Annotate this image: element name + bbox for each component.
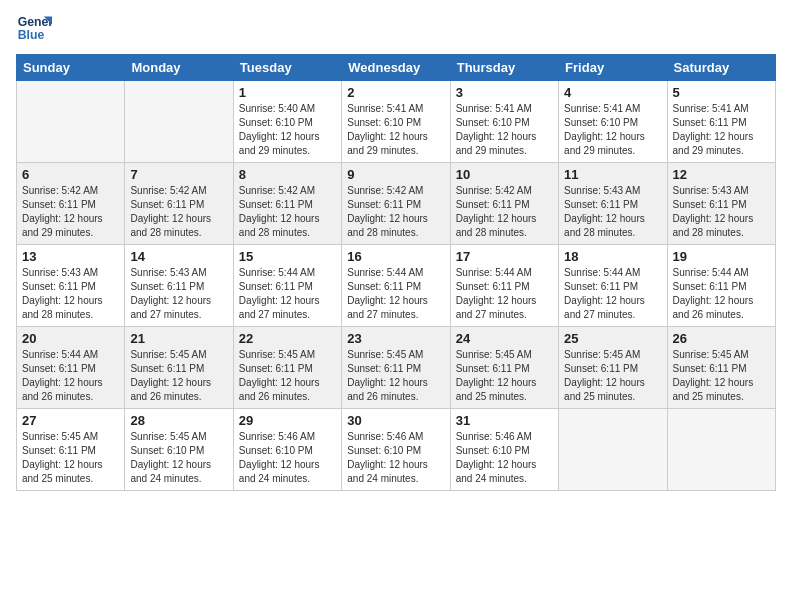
day-info: Sunrise: 5:43 AM Sunset: 6:11 PM Dayligh… [673, 184, 770, 240]
day-info: Sunrise: 5:46 AM Sunset: 6:10 PM Dayligh… [347, 430, 444, 486]
day-info: Sunrise: 5:42 AM Sunset: 6:11 PM Dayligh… [22, 184, 119, 240]
day-number: 18 [564, 249, 661, 264]
weekday-header-monday: Monday [125, 55, 233, 81]
day-info: Sunrise: 5:45 AM Sunset: 6:11 PM Dayligh… [456, 348, 553, 404]
day-number: 28 [130, 413, 227, 428]
day-info: Sunrise: 5:46 AM Sunset: 6:10 PM Dayligh… [456, 430, 553, 486]
calendar-cell: 23Sunrise: 5:45 AM Sunset: 6:11 PM Dayli… [342, 327, 450, 409]
calendar-cell [667, 409, 775, 491]
day-info: Sunrise: 5:40 AM Sunset: 6:10 PM Dayligh… [239, 102, 336, 158]
day-number: 13 [22, 249, 119, 264]
calendar-week-row: 1Sunrise: 5:40 AM Sunset: 6:10 PM Daylig… [17, 81, 776, 163]
day-number: 14 [130, 249, 227, 264]
day-number: 16 [347, 249, 444, 264]
day-number: 26 [673, 331, 770, 346]
day-number: 15 [239, 249, 336, 264]
day-info: Sunrise: 5:44 AM Sunset: 6:11 PM Dayligh… [564, 266, 661, 322]
calendar-cell: 22Sunrise: 5:45 AM Sunset: 6:11 PM Dayli… [233, 327, 341, 409]
day-info: Sunrise: 5:42 AM Sunset: 6:11 PM Dayligh… [130, 184, 227, 240]
day-number: 1 [239, 85, 336, 100]
day-info: Sunrise: 5:41 AM Sunset: 6:11 PM Dayligh… [673, 102, 770, 158]
day-number: 29 [239, 413, 336, 428]
calendar-cell: 15Sunrise: 5:44 AM Sunset: 6:11 PM Dayli… [233, 245, 341, 327]
day-info: Sunrise: 5:41 AM Sunset: 6:10 PM Dayligh… [564, 102, 661, 158]
day-number: 6 [22, 167, 119, 182]
calendar-cell: 11Sunrise: 5:43 AM Sunset: 6:11 PM Dayli… [559, 163, 667, 245]
day-info: Sunrise: 5:45 AM Sunset: 6:11 PM Dayligh… [347, 348, 444, 404]
day-info: Sunrise: 5:44 AM Sunset: 6:11 PM Dayligh… [22, 348, 119, 404]
day-info: Sunrise: 5:43 AM Sunset: 6:11 PM Dayligh… [130, 266, 227, 322]
day-info: Sunrise: 5:45 AM Sunset: 6:11 PM Dayligh… [239, 348, 336, 404]
calendar-cell: 12Sunrise: 5:43 AM Sunset: 6:11 PM Dayli… [667, 163, 775, 245]
day-info: Sunrise: 5:41 AM Sunset: 6:10 PM Dayligh… [347, 102, 444, 158]
calendar-cell: 25Sunrise: 5:45 AM Sunset: 6:11 PM Dayli… [559, 327, 667, 409]
calendar-cell: 6Sunrise: 5:42 AM Sunset: 6:11 PM Daylig… [17, 163, 125, 245]
weekday-header-row: SundayMondayTuesdayWednesdayThursdayFrid… [17, 55, 776, 81]
calendar-cell: 31Sunrise: 5:46 AM Sunset: 6:10 PM Dayli… [450, 409, 558, 491]
calendar-cell: 17Sunrise: 5:44 AM Sunset: 6:11 PM Dayli… [450, 245, 558, 327]
day-info: Sunrise: 5:45 AM Sunset: 6:11 PM Dayligh… [564, 348, 661, 404]
day-number: 17 [456, 249, 553, 264]
day-info: Sunrise: 5:43 AM Sunset: 6:11 PM Dayligh… [22, 266, 119, 322]
day-number: 21 [130, 331, 227, 346]
weekday-header-friday: Friday [559, 55, 667, 81]
day-info: Sunrise: 5:45 AM Sunset: 6:11 PM Dayligh… [673, 348, 770, 404]
day-number: 20 [22, 331, 119, 346]
day-number: 25 [564, 331, 661, 346]
day-number: 11 [564, 167, 661, 182]
day-info: Sunrise: 5:43 AM Sunset: 6:11 PM Dayligh… [564, 184, 661, 240]
day-number: 31 [456, 413, 553, 428]
day-info: Sunrise: 5:42 AM Sunset: 6:11 PM Dayligh… [347, 184, 444, 240]
calendar-cell: 19Sunrise: 5:44 AM Sunset: 6:11 PM Dayli… [667, 245, 775, 327]
day-info: Sunrise: 5:42 AM Sunset: 6:11 PM Dayligh… [456, 184, 553, 240]
day-info: Sunrise: 5:44 AM Sunset: 6:11 PM Dayligh… [456, 266, 553, 322]
calendar-cell: 29Sunrise: 5:46 AM Sunset: 6:10 PM Dayli… [233, 409, 341, 491]
day-number: 4 [564, 85, 661, 100]
page: General Blue SundayMondayTuesdayWednesda… [0, 0, 792, 612]
day-number: 30 [347, 413, 444, 428]
day-info: Sunrise: 5:41 AM Sunset: 6:10 PM Dayligh… [456, 102, 553, 158]
day-number: 19 [673, 249, 770, 264]
calendar-cell: 18Sunrise: 5:44 AM Sunset: 6:11 PM Dayli… [559, 245, 667, 327]
day-number: 10 [456, 167, 553, 182]
calendar-cell: 28Sunrise: 5:45 AM Sunset: 6:10 PM Dayli… [125, 409, 233, 491]
weekday-header-sunday: Sunday [17, 55, 125, 81]
calendar-week-row: 13Sunrise: 5:43 AM Sunset: 6:11 PM Dayli… [17, 245, 776, 327]
day-number: 24 [456, 331, 553, 346]
day-info: Sunrise: 5:42 AM Sunset: 6:11 PM Dayligh… [239, 184, 336, 240]
calendar-cell [559, 409, 667, 491]
calendar-cell [17, 81, 125, 163]
calendar-cell: 9Sunrise: 5:42 AM Sunset: 6:11 PM Daylig… [342, 163, 450, 245]
weekday-header-saturday: Saturday [667, 55, 775, 81]
calendar: SundayMondayTuesdayWednesdayThursdayFrid… [16, 54, 776, 491]
calendar-cell: 14Sunrise: 5:43 AM Sunset: 6:11 PM Dayli… [125, 245, 233, 327]
calendar-cell: 8Sunrise: 5:42 AM Sunset: 6:11 PM Daylig… [233, 163, 341, 245]
logo-icon: General Blue [16, 10, 52, 46]
calendar-week-row: 20Sunrise: 5:44 AM Sunset: 6:11 PM Dayli… [17, 327, 776, 409]
calendar-cell: 1Sunrise: 5:40 AM Sunset: 6:10 PM Daylig… [233, 81, 341, 163]
day-info: Sunrise: 5:45 AM Sunset: 6:11 PM Dayligh… [22, 430, 119, 486]
header: General Blue [16, 10, 776, 46]
day-number: 9 [347, 167, 444, 182]
day-info: Sunrise: 5:44 AM Sunset: 6:11 PM Dayligh… [239, 266, 336, 322]
day-number: 3 [456, 85, 553, 100]
calendar-cell: 20Sunrise: 5:44 AM Sunset: 6:11 PM Dayli… [17, 327, 125, 409]
logo: General Blue [16, 10, 52, 46]
day-info: Sunrise: 5:46 AM Sunset: 6:10 PM Dayligh… [239, 430, 336, 486]
day-info: Sunrise: 5:44 AM Sunset: 6:11 PM Dayligh… [673, 266, 770, 322]
day-info: Sunrise: 5:44 AM Sunset: 6:11 PM Dayligh… [347, 266, 444, 322]
day-number: 23 [347, 331, 444, 346]
calendar-cell: 13Sunrise: 5:43 AM Sunset: 6:11 PM Dayli… [17, 245, 125, 327]
calendar-week-row: 27Sunrise: 5:45 AM Sunset: 6:11 PM Dayli… [17, 409, 776, 491]
day-number: 2 [347, 85, 444, 100]
calendar-cell: 27Sunrise: 5:45 AM Sunset: 6:11 PM Dayli… [17, 409, 125, 491]
calendar-cell [125, 81, 233, 163]
weekday-header-tuesday: Tuesday [233, 55, 341, 81]
day-number: 22 [239, 331, 336, 346]
calendar-cell: 10Sunrise: 5:42 AM Sunset: 6:11 PM Dayli… [450, 163, 558, 245]
day-number: 27 [22, 413, 119, 428]
calendar-cell: 16Sunrise: 5:44 AM Sunset: 6:11 PM Dayli… [342, 245, 450, 327]
calendar-cell: 3Sunrise: 5:41 AM Sunset: 6:10 PM Daylig… [450, 81, 558, 163]
day-number: 12 [673, 167, 770, 182]
svg-text:Blue: Blue [18, 28, 45, 42]
